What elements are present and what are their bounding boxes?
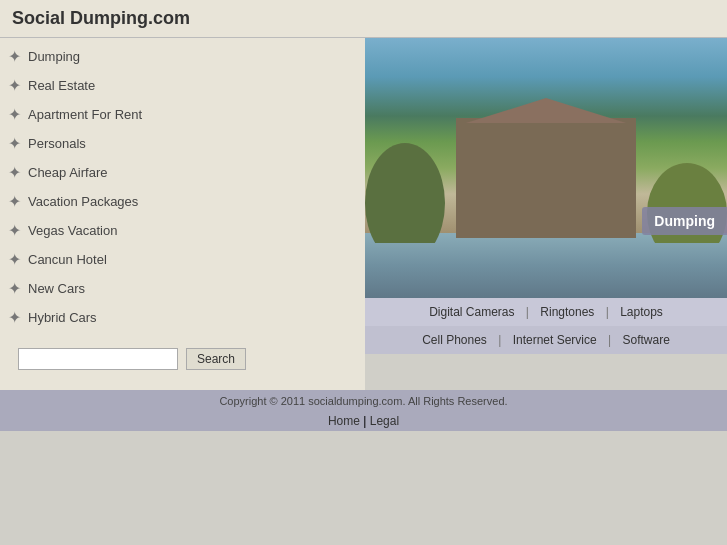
sidebar-item-cancun-hotel[interactable]: ✦Cancun Hotel — [0, 245, 365, 274]
sidebar-item-label: Hybrid Cars — [28, 310, 97, 325]
sidebar-item-vacation-packages[interactable]: ✦Vacation Packages — [0, 187, 365, 216]
building-roof-decoration — [466, 98, 626, 123]
sidebar-item-label: Real Estate — [28, 78, 95, 93]
sidebar-item-real-estate[interactable]: ✦Real Estate — [0, 71, 365, 100]
sidebar-item-label: Dumping — [28, 49, 80, 64]
sidebar-item-label: Personals — [28, 136, 86, 151]
sidebar-item-label: Cancun Hotel — [28, 252, 107, 267]
sidebar: ✦Dumping✦Real Estate✦Apartment For Rent✦… — [0, 38, 365, 390]
nav-list: ✦Dumping✦Real Estate✦Apartment For Rent✦… — [0, 42, 365, 332]
sidebar-item-vegas-vacation[interactable]: ✦Vegas Vacation — [0, 216, 365, 245]
separator4: | — [608, 333, 611, 347]
site-title: Social Dumping.com — [12, 8, 715, 29]
nav-bullet-icon: ✦ — [8, 221, 22, 240]
sidebar-item-label: Cheap Airfare — [28, 165, 108, 180]
legal-link[interactable]: Legal — [370, 414, 399, 428]
nav-bullet-icon: ✦ — [8, 192, 22, 211]
separator1: | — [526, 305, 529, 319]
link-laptops[interactable]: Laptops — [620, 305, 663, 319]
sidebar-item-apartment-for-rent[interactable]: ✦Apartment For Rent — [0, 100, 365, 129]
sidebar-item-personals[interactable]: ✦Personals — [0, 129, 365, 158]
home-link[interactable]: Home — [328, 414, 360, 428]
link-ringtones[interactable]: Ringtones — [540, 305, 594, 319]
separator3: | — [498, 333, 501, 347]
nav-bullet-icon: ✦ — [8, 134, 22, 153]
footer-copyright: Copyright © 2011 socialdumping.com. All … — [0, 390, 727, 411]
nav-bullet-icon: ✦ — [8, 47, 22, 66]
link-cell-phones[interactable]: Cell Phones — [422, 333, 487, 347]
copyright-text: Copyright © 2011 socialdumping.com. All … — [219, 395, 507, 407]
link-internet-service[interactable]: Internet Service — [513, 333, 597, 347]
dumping-badge[interactable]: Dumping — [642, 207, 727, 235]
link-software[interactable]: Software — [623, 333, 670, 347]
sidebar-item-dumping[interactable]: ✦Dumping — [0, 42, 365, 71]
nav-bullet-icon: ✦ — [8, 308, 22, 327]
trees-left-decoration — [365, 143, 445, 243]
nav-bullet-icon: ✦ — [8, 250, 22, 269]
search-input[interactable] — [18, 348, 178, 370]
search-button[interactable]: Search — [186, 348, 246, 370]
links-row1: Digital Cameras | Ringtones | Laptops — [365, 298, 727, 326]
sidebar-item-label: Vacation Packages — [28, 194, 138, 209]
sidebar-item-new-cars[interactable]: ✦New Cars — [0, 274, 365, 303]
sidebar-item-hybrid-cars[interactable]: ✦Hybrid Cars — [0, 303, 365, 332]
sidebar-item-label: New Cars — [28, 281, 85, 296]
footer-links: Home | Legal — [0, 411, 727, 431]
hero-image: Dumping — [365, 38, 727, 298]
nav-bullet-icon: ✦ — [8, 105, 22, 124]
main-layout: ✦Dumping✦Real Estate✦Apartment For Rent✦… — [0, 38, 727, 390]
right-panel: Dumping Digital Cameras | Ringtones | La… — [365, 38, 727, 390]
links-row2: Cell Phones | Internet Service | Softwar… — [365, 326, 727, 354]
sidebar-item-label: Apartment For Rent — [28, 107, 142, 122]
nav-bullet-icon: ✦ — [8, 279, 22, 298]
site-header: Social Dumping.com — [0, 0, 727, 38]
nav-bullet-icon: ✦ — [8, 76, 22, 95]
sidebar-item-cheap-airfare[interactable]: ✦Cheap Airfare — [0, 158, 365, 187]
separator2: | — [606, 305, 609, 319]
link-digital-cameras[interactable]: Digital Cameras — [429, 305, 514, 319]
search-area: Search — [0, 332, 365, 390]
sidebar-item-label: Vegas Vacation — [28, 223, 117, 238]
building-decoration — [456, 118, 636, 238]
nav-bullet-icon: ✦ — [8, 163, 22, 182]
